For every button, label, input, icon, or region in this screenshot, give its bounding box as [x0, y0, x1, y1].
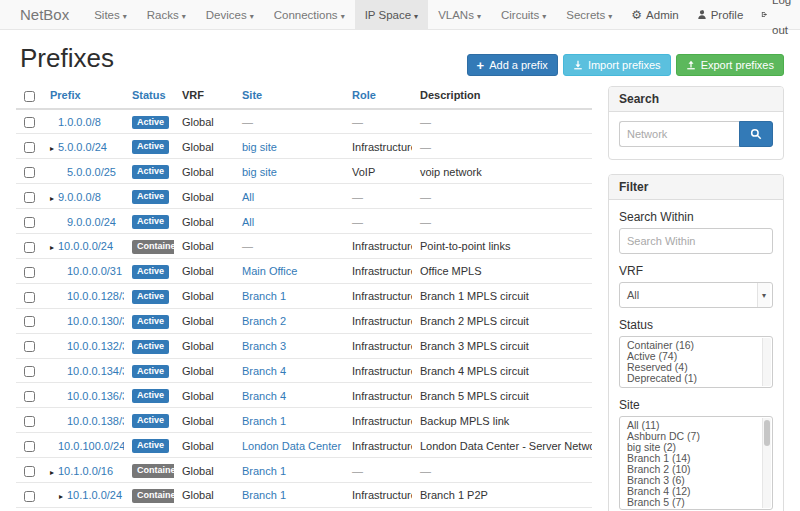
- prefix-link[interactable]: 10.0.100.0/24: [58, 440, 124, 452]
- prefix-link[interactable]: 10.0.0.128/31: [67, 290, 124, 302]
- site-link: —: [242, 116, 253, 128]
- expand-toggle-icon[interactable]: ▸: [50, 468, 58, 477]
- site-link[interactable]: Branch 3: [242, 340, 286, 352]
- vrf-select[interactable]: All▾: [619, 282, 773, 308]
- prefix-link[interactable]: 5.0.0.0/25: [67, 166, 116, 178]
- expand-toggle-icon[interactable]: ▸: [50, 144, 58, 153]
- nav-menu-item[interactable]: Devices▾: [196, 0, 264, 29]
- expand-toggle-icon[interactable]: ▸: [59, 492, 67, 501]
- description-cell: —: [420, 191, 431, 203]
- nav-menu-item[interactable]: Sites▾: [84, 0, 137, 29]
- profile-link[interactable]: Profile: [688, 0, 753, 29]
- prefix-link[interactable]: 10.0.0.130/31: [67, 315, 124, 327]
- prefix-link[interactable]: 9.0.0.0/8: [58, 191, 101, 203]
- row-checkbox[interactable]: [24, 416, 35, 427]
- row-checkbox[interactable]: [24, 292, 35, 303]
- search-input[interactable]: [619, 121, 739, 147]
- site-scrollbar[interactable]: [762, 418, 771, 508]
- column-header[interactable]: Role: [344, 86, 412, 109]
- row-checkbox[interactable]: [24, 316, 35, 327]
- site-link[interactable]: Branch 2: [242, 315, 286, 327]
- prefix-link[interactable]: 10.0.0.0/24: [58, 240, 113, 252]
- site-link[interactable]: Branch 1: [242, 489, 286, 501]
- logout-link[interactable]: Log out: [752, 0, 800, 29]
- nav-menu-item[interactable]: Secrets▾: [556, 0, 622, 29]
- site-link[interactable]: All: [242, 216, 254, 228]
- column-header[interactable]: Site: [234, 86, 344, 109]
- site-option[interactable]: All (11): [620, 420, 772, 431]
- row-checkbox[interactable]: [24, 167, 35, 178]
- site-scrollbar-thumb[interactable]: [764, 420, 770, 446]
- column-header[interactable]: Status: [124, 86, 174, 109]
- prefix-link[interactable]: 1.0.0.0/8: [58, 116, 101, 128]
- nav-menu-item[interactable]: Circuits▾: [491, 0, 556, 29]
- prefix-link[interactable]: 10.0.0.134/31: [67, 365, 124, 377]
- site-option[interactable]: Ashburn DC (7): [620, 431, 772, 442]
- site-option[interactable]: Branch 4 (12): [620, 486, 772, 497]
- column-header[interactable]: Prefix: [42, 86, 124, 109]
- vrf-cell: Global: [174, 433, 234, 458]
- select-all-checkbox[interactable]: [24, 91, 35, 102]
- prefix-link[interactable]: 10.0.0.136/31: [67, 390, 124, 402]
- row-checkbox[interactable]: [24, 391, 35, 402]
- prefix-link[interactable]: 10.0.0.132/31: [67, 340, 124, 352]
- site-option[interactable]: big site (2): [620, 442, 772, 453]
- site-option[interactable]: COLO-1-2A (3): [620, 508, 772, 510]
- nav-menu-item[interactable]: IP Space▾: [355, 0, 428, 29]
- chevron-down-icon: ▾: [414, 12, 418, 21]
- status-scrollbar[interactable]: [762, 338, 771, 386]
- site-option[interactable]: Branch 5 (7): [620, 497, 772, 508]
- nav-menu-item[interactable]: Connections▾: [264, 0, 355, 29]
- row-checkbox[interactable]: [24, 192, 35, 203]
- admin-link[interactable]: ⚙Admin: [622, 0, 687, 29]
- site-option[interactable]: Branch 2 (10): [620, 464, 772, 475]
- row-checkbox[interactable]: [24, 242, 35, 253]
- row-checkbox[interactable]: [24, 491, 35, 502]
- site-option[interactable]: Branch 3 (6): [620, 475, 772, 486]
- row-checkbox[interactable]: [24, 341, 35, 352]
- site-link[interactable]: big site: [242, 141, 277, 153]
- brand-logo[interactable]: NetBox: [0, 0, 84, 29]
- status-option[interactable]: Container (16): [620, 340, 772, 351]
- nav-menu-item[interactable]: Racks▾: [137, 0, 196, 29]
- status-option[interactable]: Active (74): [620, 351, 772, 362]
- prefix-link[interactable]: 10.1.0.0/24: [67, 489, 122, 501]
- row-checkbox[interactable]: [24, 366, 35, 377]
- export-prefixes-label: Export prefixes: [701, 59, 774, 71]
- site-link[interactable]: Branch 1: [242, 465, 286, 477]
- site-link[interactable]: Branch 4: [242, 365, 286, 377]
- search-within-input[interactable]: [619, 228, 773, 254]
- description-cell: Branch 1 MPLS circuit: [420, 290, 529, 302]
- search-button[interactable]: [739, 121, 773, 147]
- prefix-link[interactable]: 10.0.0.0/31: [67, 265, 122, 277]
- row-checkbox[interactable]: [24, 267, 35, 278]
- site-link[interactable]: Branch 1: [242, 290, 286, 302]
- vrf-cell: Global: [174, 283, 234, 308]
- export-prefixes-button[interactable]: Export prefixes: [676, 54, 784, 76]
- row-checkbox[interactable]: [24, 466, 35, 477]
- profile-label: Profile: [711, 0, 744, 30]
- site-link[interactable]: Branch 4: [242, 390, 286, 402]
- row-checkbox[interactable]: [24, 441, 35, 452]
- site-link[interactable]: Branch 1: [242, 415, 286, 427]
- nav-menu-item[interactable]: VLANs▾: [428, 0, 491, 29]
- row-checkbox[interactable]: [24, 117, 35, 128]
- status-option[interactable]: Reserved (4): [620, 362, 772, 373]
- site-link[interactable]: Main Office: [242, 265, 297, 277]
- site-option[interactable]: Branch 1 (14): [620, 453, 772, 464]
- expand-toggle-icon[interactable]: ▸: [50, 243, 58, 252]
- prefix-link[interactable]: 5.0.0.0/24: [58, 141, 107, 153]
- row-checkbox[interactable]: [24, 142, 35, 153]
- status-option[interactable]: Deprecated (1): [620, 373, 772, 384]
- prefix-link[interactable]: 9.0.0.0/24: [67, 216, 116, 228]
- prefix-link[interactable]: 10.0.0.138/31: [67, 415, 124, 427]
- row-checkbox[interactable]: [24, 217, 35, 228]
- site-link[interactable]: big site: [242, 166, 277, 178]
- prefix-link[interactable]: 10.1.0.0/16: [58, 465, 113, 477]
- import-prefixes-button[interactable]: Import prefixes: [563, 54, 671, 76]
- add-prefix-button[interactable]: +Add a prefix: [467, 54, 558, 76]
- expand-toggle-icon[interactable]: ▸: [50, 194, 58, 203]
- site-link[interactable]: London Data Center: [242, 440, 341, 452]
- site-link[interactable]: All: [242, 191, 254, 203]
- plus-icon: +: [477, 59, 485, 72]
